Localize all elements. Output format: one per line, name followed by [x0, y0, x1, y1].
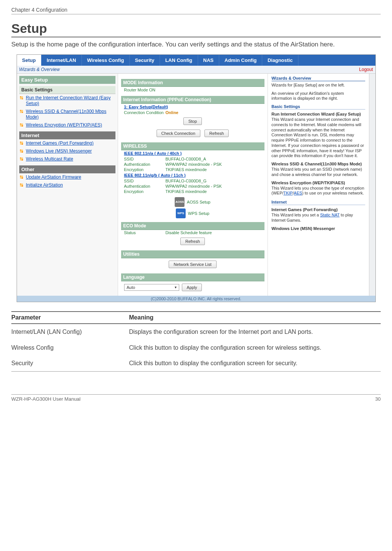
eco-refresh-button[interactable]: Refresh: [180, 238, 205, 245]
refresh-button[interactable]: Refresh: [204, 130, 229, 137]
logout-link[interactable]: Logout: [359, 67, 373, 72]
link-run-wizard[interactable]: Run the Internet Connection Wizard (Easy…: [19, 94, 115, 108]
tab-wireless-config[interactable]: Wireless Config: [82, 55, 130, 66]
right-p2: An overview of your AirStation's system …: [272, 91, 365, 102]
mode-info-head: MODE Information: [121, 79, 264, 87]
footer-left: WZR-HP-AG300H User Manual: [11, 396, 81, 402]
internet-head: Internet: [19, 131, 115, 139]
basic-settings-head: Basic Settings: [19, 86, 115, 94]
param-meaning: Click this button to display the configu…: [129, 344, 381, 352]
r2-body: This Wizard lets you set an SSID (networ…: [272, 167, 365, 177]
language-apply-button[interactable]: Apply: [182, 284, 202, 291]
right-basic-head: Basic Settings: [272, 104, 365, 110]
middle-column: MODE Information Router Mode ON Internet…: [118, 74, 268, 296]
conn-cond-label: Connection Condition: [124, 110, 166, 115]
table-row: Security Click this button to display th…: [11, 355, 381, 371]
r3-body: This Wizard lets you choose the type of …: [272, 186, 365, 196]
section-intro: Setup is the home page of the configurat…: [11, 40, 381, 49]
other-head: Other: [19, 165, 115, 173]
r1-head: Run Internet Connection Wizard (Easy Set…: [272, 112, 365, 116]
right-column: Wizards & Overview Wizards for [Easy Set…: [268, 74, 369, 296]
wl-g-ssid-k: SSID: [124, 179, 166, 183]
tab-lan-config[interactable]: LAN Config: [160, 55, 198, 66]
subtab-wizards[interactable]: Wizards & Overview: [19, 67, 60, 72]
wireless-head: WIRELESS: [121, 142, 264, 150]
right-internet-head: Internet: [272, 200, 365, 205]
mode-value: Router Mode ON: [121, 87, 264, 93]
param-meaning: Click this button to display the configu…: [129, 359, 381, 367]
stop-button[interactable]: Stop: [183, 117, 202, 125]
conn-cond-value: Online: [166, 110, 261, 115]
tab-setup[interactable]: Setup: [17, 55, 42, 66]
param-meaning: Displays the configuration screen for th…: [129, 328, 381, 336]
wps-icon[interactable]: WPS: [176, 208, 186, 218]
r4-head: Internet Games (Port Forwarding): [272, 207, 365, 212]
tab-bar: Setup Internet/LAN Wireless Config Secur…: [17, 55, 375, 66]
th-parameter: Parameter: [11, 314, 129, 321]
language-head: Language: [121, 273, 264, 281]
link-multicast-rate[interactable]: Wireless Multicast Rate: [19, 155, 115, 163]
link-wireless-encryption[interactable]: Wireless Encryption (WEP/TKIP/AES): [19, 121, 115, 129]
eco-status-k: Status: [124, 230, 166, 235]
th-meaning: Meaning: [129, 314, 381, 321]
tab-diagnostic[interactable]: Diagnostic: [262, 55, 298, 66]
tab-admin-config[interactable]: Admin Config: [219, 55, 262, 66]
eco-head: ECO Mode: [121, 222, 264, 230]
scrollbar[interactable]: [369, 74, 375, 296]
wl-g-ssid-v: BUFFALO-C000D8_G: [166, 179, 261, 183]
tkip-link[interactable]: TKIP: [283, 191, 292, 195]
param-name: Wireless Config: [11, 344, 129, 352]
wl-a-enc-k: Encryption: [124, 167, 166, 172]
tab-nas[interactable]: NAS: [198, 55, 219, 66]
parameter-table: Parameter Meaning Internet/LAN (LAN Conf…: [11, 311, 381, 372]
static-nat-link[interactable]: Static NAT: [320, 213, 340, 217]
table-row: Wireless Config Click this button to dis…: [11, 340, 381, 356]
section-title: Setup: [11, 21, 381, 37]
wps-label[interactable]: WPS Setup: [188, 211, 209, 216]
r2-head: Wireless SSID & Channel(11n300 Mbps Mode…: [272, 162, 365, 166]
tab-internet-lan[interactable]: Internet/LAN: [42, 55, 82, 66]
param-name: Internet/LAN (LAN Config): [11, 328, 129, 336]
r4-body: This Wizard lets you set a Static NAT to…: [272, 213, 365, 223]
wl-a-ssid-k: SSID: [124, 157, 166, 161]
check-connection-button[interactable]: Check Connection: [157, 130, 200, 137]
aes-link[interactable]: AES: [294, 191, 302, 195]
tab-security[interactable]: Security: [130, 55, 160, 66]
internet-info-head: Internet Information (PPPoE Connection): [121, 96, 264, 104]
wl-g-enc-v: TKIP/AES mixedmode: [166, 189, 261, 194]
internet-info-sub[interactable]: 1: Easy Setup(Default): [121, 104, 264, 110]
r3-head: Wireless Encryption (WEP/TKIP/AES): [272, 181, 365, 185]
aoss-icon[interactable]: AOSS: [175, 197, 184, 207]
r1-body: This Wizard scans your Internet connecti…: [272, 117, 365, 159]
wl-g-head[interactable]: IEEE 802.11n/g/b ( Auto / 11ch ): [121, 172, 264, 178]
easy-setup-head: Easy Setup: [19, 76, 115, 84]
link-update-firmware[interactable]: Update AirStation Firmware: [19, 173, 115, 181]
eco-status-v: Disable Schedule feature: [166, 230, 261, 235]
wl-g-auth-v: WPA/WPA2 mixedmode - PSK: [166, 184, 261, 188]
link-msn-messenger[interactable]: Windows Live (MSN) Messenger: [19, 147, 115, 155]
wl-a-auth-v: WPA/WPA2 mixedmode - PSK: [166, 162, 261, 167]
link-ssid-channel[interactable]: Wireless SSID & Channel(11n300 Mbps Mode…: [19, 108, 115, 121]
wl-a-ssid-v: BUFFALO-C000D8_A: [166, 157, 261, 161]
left-sidebar: Easy Setup Basic Settings Run the Intern…: [17, 74, 118, 296]
wl-g-auth-k: Authentication: [124, 184, 166, 188]
right-head: Wizards & Overview: [272, 76, 365, 81]
router-ui-screenshot: Setup Internet/LAN Wireless Config Secur…: [17, 54, 376, 302]
wl-a-head[interactable]: IEEE 802.11n/a ( Auto / 40ch ): [121, 150, 264, 156]
right-p1: Wizards for [Easy Setup] are on the left…: [272, 83, 365, 88]
chapter-header: Chapter 4 Configuration: [11, 7, 381, 14]
network-service-list-button[interactable]: Network Service List: [169, 261, 216, 268]
wl-g-enc-k: Encryption: [124, 189, 166, 194]
link-port-forwarding[interactable]: Internet Games (Port Forwarding): [19, 139, 115, 147]
copyright: (C)2000-2010 BUFFALO INC. All rights res…: [17, 296, 375, 302]
link-initialize[interactable]: Initialize AirStation: [19, 181, 115, 189]
language-select[interactable]: Auto: [124, 284, 179, 291]
table-row: Internet/LAN (LAN Config) Displays the c…: [11, 324, 381, 340]
wl-a-enc-v: TKIP/AES mixedmode: [166, 167, 261, 172]
r5-head: Windows Live (MSN) Messenger: [272, 226, 365, 231]
param-name: Security: [11, 359, 129, 367]
aoss-label[interactable]: AOSS Setup: [187, 200, 210, 204]
utilities-head: Utilities: [121, 250, 264, 258]
wl-a-auth-k: Authentication: [124, 162, 166, 167]
page-number: 30: [375, 396, 381, 402]
